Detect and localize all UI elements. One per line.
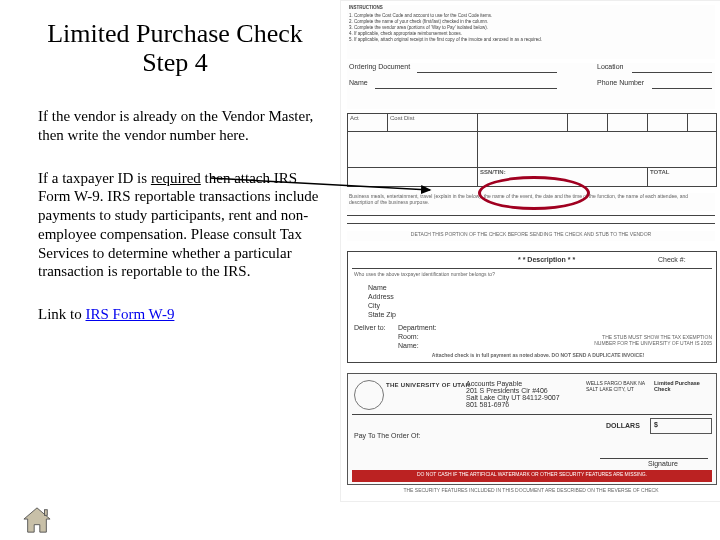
- detach-label: DETACH THIS PORTION OF THE CHECK BEFORE …: [347, 231, 715, 241]
- form-instructions: INSTRUCTIONS 1. Complete the Cost Code a…: [347, 5, 715, 59]
- home-icon[interactable]: [22, 506, 52, 534]
- slide-title: Limited Purchase Check Step 4: [20, 20, 330, 77]
- check-stub: * * Description * * Check #: Who uses th…: [347, 251, 717, 363]
- lpc-form-image: INSTRUCTIONS 1. Complete the Cost Code a…: [340, 0, 720, 502]
- paragraph-vendor-master: If the vendor is already on the Vendor M…: [20, 107, 330, 145]
- link-line: Link to IRS Form W-9: [20, 305, 330, 324]
- form-header-fields: Ordering Document Location Name Phone Nu…: [347, 63, 715, 109]
- callout-ellipse: [478, 176, 590, 210]
- check-face: THE UNIVERSITY OF UTAH Accounts Payable …: [347, 373, 717, 485]
- svg-rect-2: [44, 510, 47, 516]
- title-line1: Limited Purchase Check: [47, 19, 303, 48]
- paragraph-taxpayer-id: If a taxpayer ID is required then attach…: [20, 169, 330, 282]
- title-line2: Step 4: [142, 48, 208, 77]
- underlined-required: required: [151, 170, 201, 186]
- irs-form-w9-link[interactable]: IRS Form W-9: [86, 306, 175, 322]
